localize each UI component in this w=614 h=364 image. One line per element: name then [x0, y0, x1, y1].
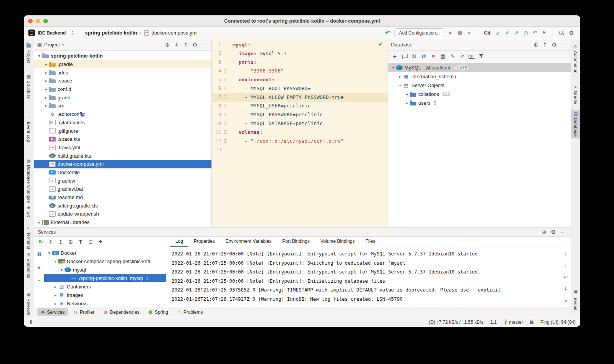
stop-red-button[interactable]: [35, 263, 43, 272]
collapse-all-button[interactable]: [56, 237, 65, 246]
service-item-mysql[interactable]: ▾mysql: [44, 265, 166, 274]
shelf-button[interactable]: [540, 29, 548, 37]
locate-button[interactable]: [540, 228, 548, 236]
database-item-server-objects[interactable]: ▾Server Objects: [388, 81, 571, 90]
add-configuration-button[interactable]: Add Configuration...: [394, 28, 444, 37]
tool-stripe-database-changes[interactable]: Database Changes: [24, 157, 34, 204]
service-item-networks[interactable]: ▸Networks: [44, 299, 166, 307]
hide-button[interactable]: [559, 41, 568, 49]
chevron-down-icon[interactable]: ▾: [390, 66, 396, 70]
services-tree[interactable]: ▾Docker▾Docker-compose: spring-petclinic…: [44, 247, 166, 307]
tab-port-bindings[interactable]: Port Bindings: [277, 237, 315, 247]
soft-wrap-button[interactable]: [561, 273, 570, 281]
scroll-down-button[interactable]: [561, 261, 570, 269]
stop-red-button[interactable]: [429, 52, 437, 61]
table-view-button[interactable]: [439, 52, 447, 61]
add-button[interactable]: [96, 237, 105, 246]
git-branch-widget[interactable]: master: [503, 320, 523, 325]
filter-button[interactable]: [76, 237, 85, 246]
editor-line-3[interactable]: 3 ports:: [212, 58, 388, 67]
chevron-right-icon[interactable]: ▸: [397, 74, 403, 79]
more-vertical-button[interactable]: [68, 29, 77, 37]
tool-tab-spring[interactable]: Spring: [145, 308, 172, 316]
chevron-right-icon[interactable]: ▸: [404, 101, 410, 105]
tool-stripe-event-log[interactable]: Event Log: [24, 114, 34, 143]
chevron-right-icon[interactable]: ▸: [43, 96, 49, 100]
log-output[interactable]: 2022-01-26 21:07:25+00:00 [Note] [Entryp…: [166, 247, 561, 307]
project-item-update-wrapper-sh[interactable]: update-wrapper.sh: [34, 210, 211, 218]
push-button[interactable]: [512, 29, 521, 37]
project-item-gradlew-bat[interactable]: gradlew.bat: [34, 185, 211, 193]
editor-line-10[interactable]: 10 - MYSQL_DATABASE=petclinic: [212, 119, 388, 128]
editor[interactable]: 1mysql:2 image: mysql:5.73 ports:4 - "33…: [212, 39, 388, 227]
inspection-ok-icon[interactable]: [378, 41, 383, 47]
editor-line-2[interactable]: 2 image: mysql:5.7: [212, 49, 388, 58]
hide-button[interactable]: [200, 41, 208, 49]
editor-line-8[interactable]: 8 - MYSQL_USER=petclinic: [212, 102, 388, 110]
scroll-up-button[interactable]: [561, 250, 570, 258]
project-item-editorconfig[interactable]: .editorconfig: [34, 110, 211, 119]
chevron-right-icon[interactable]: ▸: [404, 92, 410, 96]
minus-side-button[interactable]: [35, 276, 43, 285]
chevron-down-icon[interactable]: ▾: [36, 54, 42, 58]
service-item-docker-compose-spring-petclinic-kotl[interactable]: ▾Docker-compose: spring-petclinic-kotl: [44, 257, 166, 265]
tool-tab-profiler[interactable]: Profiler: [70, 308, 98, 316]
tool-stripe-database[interactable]: Database: [571, 110, 580, 138]
project-item-gradlew[interactable]: gradlew: [34, 176, 211, 185]
tab-volume-bindings[interactable]: Volume Bindings: [315, 237, 360, 247]
database-item-information-schema[interactable]: ▸information_schema: [388, 72, 571, 81]
project-item-src[interactable]: ▸src: [34, 102, 211, 110]
expand-all-button[interactable]: [46, 237, 55, 246]
commit-button[interactable]: [503, 29, 512, 37]
tool-stripe-reviews[interactable]: Reviews: [24, 291, 34, 317]
database-item-mysql-localhost[interactable]: ▾MySQL - @localhost1 of 5: [388, 63, 571, 72]
chevron-down-icon[interactable]: ▾: [59, 268, 64, 272]
settings-button[interactable]: [550, 41, 558, 49]
pause-button[interactable]: [35, 250, 43, 259]
breadcrumb-file[interactable]: docker-compose.yml: [152, 30, 198, 36]
project-item-space-kts[interactable]: .space.kts: [34, 135, 211, 143]
stop-button[interactable]: [465, 29, 474, 37]
project-item-gradle[interactable]: ▸.gradle: [34, 60, 211, 69]
update-project-button[interactable]: [494, 29, 502, 37]
tool-stripe-gradle[interactable]: Gradle: [571, 84, 580, 106]
editor-line-6[interactable]: 6 - MYSQL_ROOT_PASSWORD=: [212, 84, 388, 93]
refresh-green-button[interactable]: [36, 237, 45, 246]
tool-stripe-project[interactable]: Project: [24, 41, 34, 65]
chevron-right-icon[interactable]: ▸: [43, 79, 49, 83]
console-button[interactable]: [467, 52, 476, 61]
editor-line-11[interactable]: 11 volumes:: [212, 128, 388, 137]
filter-button[interactable]: [477, 52, 485, 61]
editor-line-9[interactable]: 9 - MYSQL_PASSWORD=petclinic: [212, 110, 388, 119]
project-item-readme-md[interactable]: readme.md: [34, 193, 211, 202]
chevron-right-icon[interactable]: ▸: [43, 71, 49, 75]
chevron-right-icon[interactable]: ▸: [53, 285, 58, 289]
database-item-collations[interactable]: ▸collations222: [388, 90, 571, 99]
editor-body[interactable]: 1mysql:2 image: mysql:5.73 ports:4 - "33…: [212, 39, 388, 227]
chevron-right-icon[interactable]: ▸: [36, 220, 42, 224]
chevron-down-icon[interactable]: ▾: [46, 251, 52, 255]
editor-line-1[interactable]: 1mysql:: [212, 40, 388, 49]
editor-line-4[interactable]: 4 - "3306:3306": [212, 66, 388, 75]
scroll-end-button[interactable]: [561, 285, 570, 293]
project-tree[interactable]: ▾spring-petclinic-kotlin▸.gradle▸.idea▸.…: [34, 51, 211, 227]
close-button[interactable]: [28, 19, 33, 23]
tool-stripe-endpoints[interactable]: Endpoints: [24, 251, 34, 280]
breadcrumb-project[interactable]: spring-petclinic-kotlin: [85, 30, 137, 36]
project-item-build-gradle-kts[interactable]: build.gradle.kts: [34, 152, 211, 160]
frame-add-button[interactable]: [86, 237, 95, 246]
settings-button[interactable]: [567, 29, 576, 37]
add-button[interactable]: [391, 52, 399, 61]
hide-button[interactable]: [558, 228, 567, 236]
run-button[interactable]: [447, 29, 455, 37]
duplicate-button[interactable]: [400, 52, 409, 61]
zoom-button[interactable]: [43, 19, 48, 23]
project-item-idea[interactable]: ▸.idea: [34, 68, 211, 77]
project-item-space[interactable]: ▸.space: [34, 77, 211, 85]
project-item-travis-yml[interactable]: .travis.yml: [34, 143, 211, 152]
editor-line-12[interactable]: 12 - "./conf.d:/etc/mysql/conf.d:ro": [212, 137, 388, 145]
collapse-all-button[interactable]: [541, 41, 549, 49]
tool-window-layout-button[interactable]: [28, 318, 37, 326]
service-item-containers[interactable]: ▸Containers: [44, 282, 166, 291]
expand-all-button[interactable]: [172, 41, 181, 49]
